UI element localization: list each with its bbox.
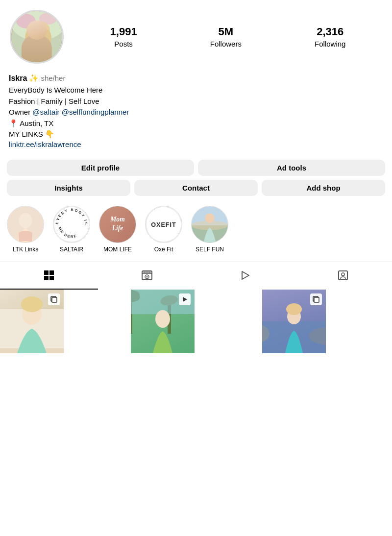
bio-line-2: Fashion | Family | Self Love <box>9 96 383 107</box>
svg-point-33 <box>147 271 149 273</box>
svg-point-45 <box>21 296 43 312</box>
name-text: Iskra <box>9 74 27 83</box>
svg-point-2 <box>16 14 36 28</box>
svg-point-12 <box>19 213 32 228</box>
svg-text:Life: Life <box>112 224 123 231</box>
saltair-highlight-image: EVERY BODY IS WELCO ME HERE <box>53 206 90 243</box>
contact-button[interactable]: Contact <box>134 180 258 196</box>
highlight-momlife[interactable]: Mom Life MOM LIFE <box>99 206 136 253</box>
svg-rect-28 <box>49 276 54 280</box>
highlight-label-saltair: SALTAIR <box>60 246 83 253</box>
post-item-2[interactable] <box>131 290 195 353</box>
highlight-saltair[interactable]: EVERY BODY IS WELCO ME HERE SALTAIR <box>53 206 90 253</box>
selfun-highlight-image <box>192 206 228 243</box>
svg-point-9 <box>33 36 36 39</box>
tagged-icon <box>337 269 349 282</box>
bio-name: Iskra ✨ she/her <box>9 73 383 83</box>
bio-line-4: 📍 Austin, TX <box>9 118 383 129</box>
following-count: 2,316 <box>317 25 343 38</box>
tab-tagged[interactable] <box>294 262 392 290</box>
post-badge-3 <box>310 293 322 305</box>
bio-line-5: MY LINKS 👇 <box>9 129 383 140</box>
svg-point-32 <box>146 271 147 273</box>
posts-label: Posts <box>114 40 133 48</box>
svg-text:Mom: Mom <box>110 216 125 223</box>
svg-rect-25 <box>44 270 49 275</box>
svg-point-24 <box>205 213 214 222</box>
highlight-ltk[interactable]: LTK Links <box>7 206 44 253</box>
highlight-oxefit[interactable]: OXEFIT Oxe Fit <box>145 206 182 253</box>
svg-rect-27 <box>44 276 49 280</box>
highlight-circle-selfun <box>191 206 228 243</box>
highlight-circle-ltk <box>7 206 44 243</box>
post-item-1[interactable] <box>0 290 64 353</box>
bio-line-1: EveryBody Is Welcome Here <box>9 85 383 96</box>
highlight-label-ltk: LTK Links <box>13 246 38 253</box>
avatar-svg <box>11 11 64 64</box>
svg-point-62 <box>286 303 302 315</box>
pin-emoji: 📍 <box>9 119 18 127</box>
svg-point-55 <box>155 310 170 328</box>
svg-point-3 <box>39 13 57 24</box>
svg-point-8 <box>42 29 51 47</box>
highlight-selfun[interactable]: SELF FUN <box>191 206 228 253</box>
avatar-image <box>11 11 62 62</box>
avatar-container[interactable] <box>10 10 64 64</box>
highlight-label-momlife: MOM LIFE <box>103 246 132 253</box>
my-links-text: MY LINKS <box>9 130 45 138</box>
saltair-link[interactable]: @saltair <box>32 108 59 116</box>
svg-text:OXEFIT: OXEFIT <box>151 221 176 228</box>
location-text: Austin, TX <box>20 119 53 127</box>
following-label: Following <box>315 40 345 48</box>
following-stat[interactable]: 2,316 Following <box>315 25 345 48</box>
button-row-1: Edit profile Ad tools <box>7 160 385 176</box>
button-row-2: Insights Contact Add shop <box>7 180 385 196</box>
play-icon <box>239 269 251 282</box>
posts-count: 1,991 <box>110 25 137 38</box>
linktree-link[interactable]: linktr.ee/iskralawrence <box>9 140 81 148</box>
highlight-label-selfun: SELF FUN <box>196 246 224 253</box>
post-badge-2 <box>179 293 191 305</box>
post-badge-1 <box>48 293 60 305</box>
svg-point-34 <box>149 271 151 273</box>
oxefit-highlight-image: OXEFIT <box>146 206 182 243</box>
svg-marker-56 <box>183 297 187 302</box>
down-emoji: 👇 <box>45 130 54 138</box>
bio-line-3: Owner @saltair @selffundingplanner <box>9 107 383 118</box>
owner-prefix: Owner <box>9 108 32 116</box>
posts-stat[interactable]: 1,991 Posts <box>110 25 137 48</box>
add-shop-button[interactable]: Add shop <box>262 180 385 196</box>
stats-container: 1,991 Posts 5M Followers 2,316 Following <box>74 25 382 48</box>
multi-post-icon-3 <box>313 296 319 303</box>
highlight-circle-oxefit: OXEFIT <box>145 206 182 243</box>
svg-point-5 <box>27 26 49 48</box>
highlights-section: LTK Links EVERY BODY IS WELCO ME HERE SA… <box>0 201 392 258</box>
multi-post-icon <box>50 296 57 303</box>
highlight-circle-momlife: Mom Life <box>99 206 136 243</box>
svg-point-31 <box>144 271 145 273</box>
svg-point-39 <box>342 273 344 276</box>
post-item-3[interactable] <box>262 290 326 353</box>
bio-link-line: linktr.ee/iskralawrence <box>9 140 383 149</box>
insights-button[interactable]: Insights <box>7 180 130 196</box>
tab-video[interactable] <box>196 262 294 290</box>
action-buttons: Edit profile Ad tools Insights Contact A… <box>0 156 392 201</box>
sparkle-emoji: ✨ <box>29 73 39 83</box>
ad-tools-button[interactable]: Ad tools <box>198 160 385 176</box>
ltk-highlight-image <box>7 206 44 243</box>
svg-point-10 <box>40 36 43 39</box>
bio-section: Iskra ✨ she/her EveryBody Is Welcome Her… <box>0 72 392 156</box>
selffunding-link[interactable]: @selffundingplanner <box>62 108 129 116</box>
tab-grid[interactable] <box>0 262 98 290</box>
svg-rect-38 <box>339 271 347 280</box>
edit-profile-button[interactable]: Edit profile <box>7 160 194 176</box>
followers-stat[interactable]: 5M Followers <box>210 25 242 48</box>
svg-point-7 <box>25 29 35 47</box>
profile-header: 1,991 Posts 5M Followers 2,316 Following <box>0 0 392 72</box>
tab-reels[interactable] <box>98 262 196 290</box>
tab-bar <box>0 262 392 290</box>
followers-count: 5M <box>219 25 234 38</box>
reels-icon <box>141 269 153 282</box>
svg-marker-37 <box>242 271 249 279</box>
followers-label: Followers <box>210 40 242 48</box>
